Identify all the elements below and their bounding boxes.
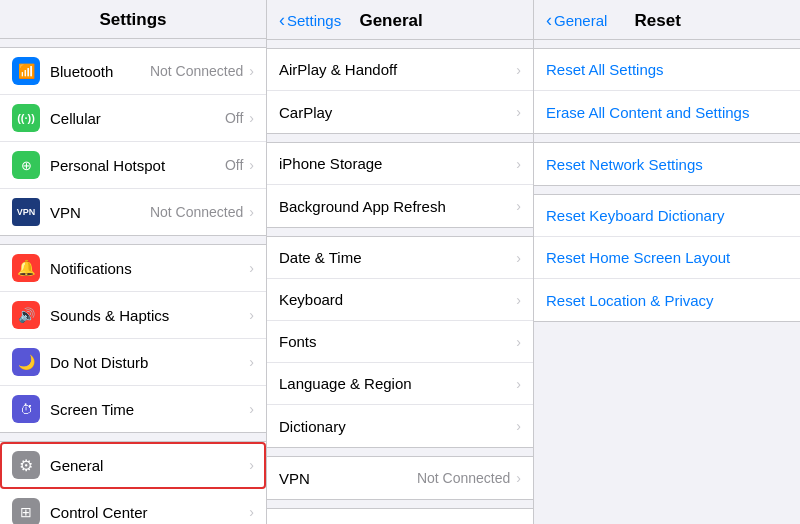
chevron-icon: ›	[249, 110, 254, 126]
right-scroll: Reset All Settings Erase All Content and…	[534, 40, 800, 524]
hotspot-label: Personal Hotspot	[50, 157, 225, 174]
sidebar-item-general[interactable]: ⚙ General ›	[0, 442, 266, 489]
left-title: Settings	[99, 10, 166, 29]
cellular-icon: ((·))	[12, 104, 40, 132]
right-section-2: Reset Network Settings	[534, 142, 800, 186]
fonts-label: Fonts	[279, 333, 514, 350]
datetime-label: Date & Time	[279, 249, 514, 266]
sidebar-item-vpn[interactable]: VPN VPN Not Connected ›	[0, 189, 266, 235]
left-column: Settings 📶 Bluetooth Not Connected › ((·…	[0, 0, 267, 524]
middle-item-carplay[interactable]: CarPlay ›	[267, 91, 533, 133]
middle-section-3: Date & Time › Keyboard › Fonts › Languag…	[267, 236, 533, 448]
chevron-icon: ›	[516, 292, 521, 308]
chevron-icon: ›	[516, 62, 521, 78]
middle-item-bgrefresh[interactable]: Background App Refresh ›	[267, 185, 533, 227]
middle-section-1: AirPlay & Handoff › CarPlay ›	[267, 48, 533, 134]
chevron-icon: ›	[249, 260, 254, 276]
middle-item-keyboard[interactable]: Keyboard ›	[267, 279, 533, 321]
dictionary-label: Dictionary	[279, 418, 514, 435]
right-item-erasecontent[interactable]: Erase All Content and Settings	[534, 91, 800, 133]
chevron-icon: ›	[249, 307, 254, 323]
chevron-icon: ›	[516, 198, 521, 214]
bluetooth-value: Not Connected	[150, 63, 243, 79]
general-label: General	[50, 457, 247, 474]
cellular-value: Off	[225, 110, 243, 126]
chevron-icon: ›	[249, 504, 254, 520]
notifications-icon: 🔔	[12, 254, 40, 282]
right-title: Reset	[607, 11, 708, 31]
chevron-icon: ›	[516, 334, 521, 350]
chevron-icon: ›	[249, 63, 254, 79]
middle-column: ‹ Settings General AirPlay & Handoff › C…	[267, 0, 534, 524]
chevron-icon: ›	[516, 376, 521, 392]
middle-item-vpn[interactable]: VPN Not Connected ›	[267, 457, 533, 499]
language-label: Language & Region	[279, 375, 514, 392]
back-chevron-icon: ‹	[279, 10, 285, 31]
sounds-label: Sounds & Haptics	[50, 307, 247, 324]
sidebar-item-cellular[interactable]: ((·)) Cellular Off ›	[0, 95, 266, 142]
sidebar-item-hotspot[interactable]: ⊕ Personal Hotspot Off ›	[0, 142, 266, 189]
right-section-1: Reset All Settings Erase All Content and…	[534, 48, 800, 134]
sidebar-item-notifications[interactable]: 🔔 Notifications ›	[0, 245, 266, 292]
carplay-label: CarPlay	[279, 104, 514, 121]
controlcenter-label: Control Center	[50, 504, 247, 521]
chevron-icon: ›	[516, 418, 521, 434]
vpn2-label: VPN	[279, 470, 417, 487]
chevron-icon: ›	[516, 156, 521, 172]
bgrefresh-label: Background App Refresh	[279, 198, 514, 215]
airplay-label: AirPlay & Handoff	[279, 61, 514, 78]
chevron-icon: ›	[516, 250, 521, 266]
middle-column-header: ‹ Settings General	[267, 0, 533, 40]
middle-back-label: Settings	[287, 12, 341, 29]
sidebar-item-sounds[interactable]: 🔊 Sounds & Haptics ›	[0, 292, 266, 339]
chevron-icon: ›	[249, 401, 254, 417]
middle-item-dictionary[interactable]: Dictionary ›	[267, 405, 533, 447]
screentime-icon: ⏱	[12, 395, 40, 423]
chevron-icon: ›	[249, 354, 254, 370]
sidebar-item-donotdisturb[interactable]: 🌙 Do Not Disturb ›	[0, 339, 266, 386]
right-column: ‹ General Reset Reset All Settings Erase…	[534, 0, 800, 524]
sidebar-item-screentime[interactable]: ⏱ Screen Time ›	[0, 386, 266, 432]
resetnetwork-label: Reset Network Settings	[546, 156, 788, 173]
general-icon: ⚙	[12, 451, 40, 479]
middle-back-button[interactable]: ‹ Settings	[279, 10, 341, 31]
middle-item-airplay[interactable]: AirPlay & Handoff ›	[267, 49, 533, 91]
vpn-label: VPN	[50, 204, 150, 221]
middle-item-fonts[interactable]: Fonts ›	[267, 321, 533, 363]
left-section-1: 📶 Bluetooth Not Connected › ((·)) Cellul…	[0, 47, 266, 236]
middle-item-language[interactable]: Language & Region ›	[267, 363, 533, 405]
right-back-button[interactable]: ‹ General	[546, 10, 607, 31]
middle-title: General	[341, 11, 441, 31]
middle-item-datetime[interactable]: Date & Time ›	[267, 237, 533, 279]
right-back-label: General	[554, 12, 607, 29]
right-item-resetnetwork[interactable]: Reset Network Settings	[534, 143, 800, 185]
chevron-icon: ›	[516, 104, 521, 120]
sounds-icon: 🔊	[12, 301, 40, 329]
chevron-icon: ›	[249, 204, 254, 220]
chevron-icon: ›	[516, 470, 521, 486]
middle-scroll: AirPlay & Handoff › CarPlay › iPhone Sto…	[267, 40, 533, 524]
right-item-resethome[interactable]: Reset Home Screen Layout	[534, 237, 800, 279]
bluetooth-icon: 📶	[12, 57, 40, 85]
chevron-icon: ›	[249, 157, 254, 173]
resethome-label: Reset Home Screen Layout	[546, 249, 788, 266]
right-section-3: Reset Keyboard Dictionary Reset Home Scr…	[534, 194, 800, 322]
left-section-3: ⚙ General › ⊞ Control Center › ☀ Display…	[0, 441, 266, 524]
cellular-label: Cellular	[50, 110, 225, 127]
dnd-label: Do Not Disturb	[50, 354, 247, 371]
right-item-resetlocation[interactable]: Reset Location & Privacy	[534, 279, 800, 321]
right-column-header: ‹ General Reset	[534, 0, 800, 40]
sidebar-item-bluetooth[interactable]: 📶 Bluetooth Not Connected ›	[0, 48, 266, 95]
middle-item-legal[interactable]: Legal & Regulatory ›	[267, 509, 533, 524]
sidebar-item-controlcenter[interactable]: ⊞ Control Center ›	[0, 489, 266, 524]
erasecontent-label: Erase All Content and Settings	[546, 104, 788, 121]
right-item-resetall[interactable]: Reset All Settings	[534, 49, 800, 91]
left-section-2: 🔔 Notifications › 🔊 Sounds & Haptics › 🌙…	[0, 244, 266, 433]
middle-item-iphonestorage[interactable]: iPhone Storage ›	[267, 143, 533, 185]
middle-section-5: Legal & Regulatory ›	[267, 508, 533, 524]
resetall-label: Reset All Settings	[546, 61, 788, 78]
right-item-resetkeyboard[interactable]: Reset Keyboard Dictionary	[534, 195, 800, 237]
vpn-icon: VPN	[12, 198, 40, 226]
middle-section-2: iPhone Storage › Background App Refresh …	[267, 142, 533, 228]
left-column-header: Settings	[0, 0, 266, 39]
